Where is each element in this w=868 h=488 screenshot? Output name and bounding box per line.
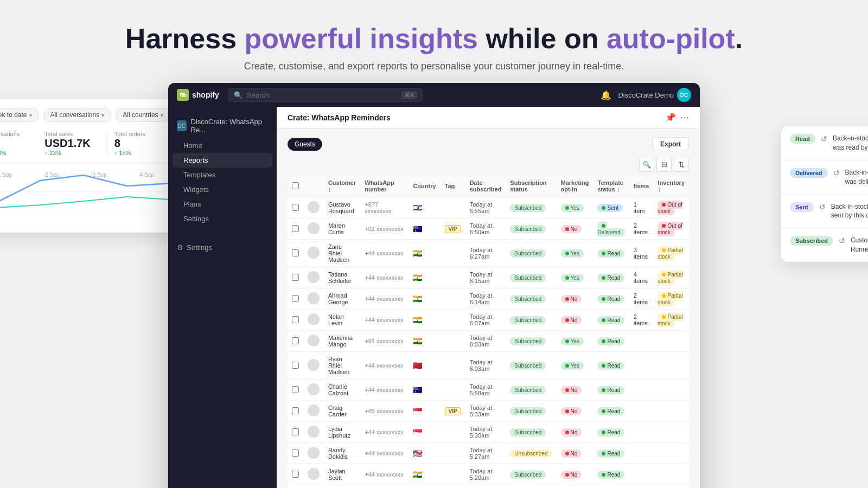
- row-checkbox[interactable]: [292, 428, 299, 435]
- avatar: [308, 383, 320, 395]
- total-sales-metric: Total sales USD1.7K ↑ 23%: [44, 131, 107, 156]
- notif-status-badge: Read: [790, 134, 815, 144]
- notification-item: Subscribed ↺ Customer subscribed to Runn…: [781, 228, 868, 262]
- conversations-filter[interactable]: All conversations ▾: [43, 108, 112, 122]
- row-checkbox[interactable]: [292, 225, 299, 232]
- app-header-actions: 📌 ⋯: [665, 112, 689, 123]
- sidebar-item-widgets[interactable]: Widgets: [168, 182, 277, 197]
- stats-overlay: Week to date ▾ All conversations ▾ All c…: [0, 99, 179, 233]
- notif-status-badge: Delivered: [790, 168, 828, 178]
- row-checkbox[interactable]: [292, 204, 299, 211]
- col-avatar: [303, 175, 324, 197]
- export-button[interactable]: Export: [652, 137, 689, 151]
- col-mkt[interactable]: Marketing opt-in: [557, 175, 593, 197]
- col-tmpl[interactable]: Template status ↕: [593, 175, 629, 197]
- conversations-metric: Conversations 113 ↑ 2,500%: [0, 131, 44, 156]
- table-actions: 🔍 ⊟ ⇅: [288, 157, 689, 172]
- tab-guests[interactable]: Guests: [288, 138, 322, 151]
- sidebar-settings[interactable]: ⚙ Settings: [168, 237, 277, 258]
- screenshot-wrapper: Week to date ▾ All conversations ▾ All c…: [87, 83, 781, 488]
- shopify-window: 🛍 shopify 🔍 ⌘K 🔔 DiscoCrate Demo DC: [168, 83, 700, 488]
- notif-text: Back-in-stock message template was read …: [833, 134, 868, 152]
- col-country[interactable]: Country: [409, 175, 440, 197]
- notif-text: Customer subscribed to Runner 88 Max SE.: [851, 236, 868, 254]
- avatar: [308, 426, 320, 438]
- sidebar-item-reports[interactable]: Reports: [173, 153, 272, 168]
- filter-tabs: Guests: [288, 138, 322, 151]
- avatar: [308, 292, 320, 304]
- col-inventory[interactable]: Inventory ↕: [653, 175, 689, 197]
- table-row: Zane Rhiel Madsen+44 xxxxxxxxx🇮🇳Today at…: [288, 240, 689, 267]
- row-checkbox[interactable]: [292, 362, 299, 369]
- more-icon[interactable]: ⋯: [680, 112, 689, 123]
- col-sub-status[interactable]: Subscription status: [506, 175, 556, 197]
- sidebar: DC DiscoCrate: WhatsApp Re... Home Repor…: [168, 107, 277, 488]
- table-row: Ahmad George+44 xxxxxxxxx🇮🇳Today at 6:14…: [288, 288, 689, 310]
- filter-row: Week to date ▾ All conversations ▾ All c…: [0, 108, 170, 122]
- col-customer[interactable]: Customer ↕: [324, 175, 360, 197]
- table-row: Randy Dokidis+44 xxxxxxxxx🇺🇸Today at 5:2…: [288, 443, 689, 464]
- avatar: [308, 222, 320, 234]
- col-items[interactable]: Items: [629, 175, 654, 197]
- avatar: [308, 247, 320, 259]
- table-row: Makenna Mango+91 xxxxxxxxx🇮🇳Today at 6:0…: [288, 331, 689, 352]
- avatar: [308, 335, 320, 346]
- sidebar-item-plans[interactable]: Plans: [168, 197, 277, 211]
- col-tag[interactable]: Tag: [441, 175, 465, 197]
- notification-item: Read ↺ Back-in-stock message template wa…: [781, 126, 868, 160]
- row-checkbox[interactable]: [292, 249, 299, 256]
- notif-arrow-icon: ↺: [839, 236, 845, 245]
- period-filter[interactable]: Week to date ▾: [0, 108, 39, 122]
- table-row: Maren Curtis+01 xxxxxxxxx🇦🇺VIPToday at 6…: [288, 219, 689, 240]
- sidebar-app-item[interactable]: DC DiscoCrate: WhatsApp Re...: [168, 113, 277, 138]
- main-content: Crate: WhatsApp Reminders 📌 ⋯ Guests Exp…: [277, 107, 700, 488]
- notifications-overlay: Read ↺ Back-in-stock message template wa…: [781, 126, 868, 261]
- row-checkbox[interactable]: [292, 274, 299, 281]
- avatar: [308, 271, 320, 283]
- select-all-checkbox[interactable]: [292, 182, 299, 189]
- pin-icon[interactable]: 📌: [665, 112, 676, 123]
- search-icon: 🔍: [234, 91, 242, 99]
- shopify-logo: 🛍 shopify: [177, 89, 219, 101]
- bell-icon[interactable]: 🔔: [601, 90, 611, 100]
- nav-right: 🔔 DiscoCrate Demo DC: [601, 88, 691, 102]
- chart-svg: [0, 170, 170, 213]
- table-row: Craig Carder+65 xxxxxxxxx🇸🇬VIPToday at 5…: [288, 401, 689, 422]
- chevron-down-icon: ▾: [29, 112, 32, 118]
- sidebar-item-home[interactable]: Home: [168, 138, 277, 153]
- shopify-bag-icon: 🛍: [177, 89, 189, 101]
- chevron-down-icon: ▾: [101, 112, 104, 118]
- notif-arrow-icon: ↺: [833, 169, 840, 177]
- table-row: Jaylan Scott+44 xxxxxxxxx🇮🇳Today at 5:20…: [288, 464, 689, 485]
- row-checkbox[interactable]: [292, 295, 299, 302]
- row-checkbox[interactable]: [292, 337, 299, 344]
- avatar: [308, 404, 320, 416]
- col-phone[interactable]: WhatsApp number: [360, 175, 409, 197]
- hero-section: Harness powerful insights while on auto-…: [114, 0, 754, 83]
- row-checkbox[interactable]: [292, 450, 299, 457]
- app-icon: DC: [177, 120, 187, 131]
- search-table-button[interactable]: 🔍: [639, 157, 654, 172]
- hero-subtitle: Create, customise, and export reports to…: [125, 61, 743, 72]
- avatar: [308, 447, 320, 459]
- row-checkbox[interactable]: [292, 471, 299, 478]
- row-checkbox[interactable]: [292, 316, 299, 323]
- search-input[interactable]: [247, 91, 398, 99]
- sort-table-button[interactable]: ⇅: [674, 157, 689, 172]
- avatar: DC: [677, 88, 691, 102]
- sidebar-item-settings[interactable]: Settings: [168, 211, 277, 226]
- reports-toolbar: Guests Export: [288, 137, 689, 151]
- table-row: Lydia Lipshutz+44 xxxxxxxxx🇸🇬Today at 5:…: [288, 422, 689, 443]
- avatar: [308, 359, 320, 371]
- sidebar-item-templates[interactable]: Templates: [168, 168, 277, 182]
- nav-user: DiscoCrate Demo DC: [618, 88, 691, 102]
- notif-arrow-icon: ↺: [821, 134, 827, 143]
- filter-table-button[interactable]: ⊟: [656, 157, 672, 172]
- row-checkbox[interactable]: [292, 407, 299, 414]
- col-date[interactable]: Date subscribed: [465, 175, 506, 197]
- countries-filter[interactable]: All countries ▾: [116, 108, 170, 122]
- notification-item: Delivered ↺ Back-in-stock message templa…: [781, 160, 868, 195]
- nav-search-bar[interactable]: 🔍 ⌘K: [228, 88, 423, 102]
- row-checkbox[interactable]: [292, 386, 299, 393]
- total-orders-metric: Total orders 8 ↑ 15%: [108, 131, 170, 156]
